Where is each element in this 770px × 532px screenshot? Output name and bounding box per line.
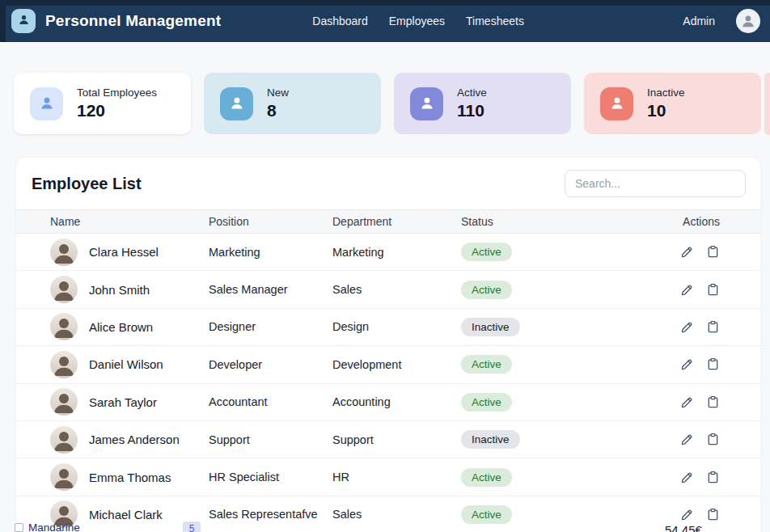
- employee-department: Development: [332, 358, 461, 371]
- nav-link-employees[interactable]: Employees: [389, 15, 445, 27]
- column-header-department: Department: [332, 215, 461, 228]
- employee-photo-avatar: [50, 463, 78, 491]
- column-header-name: Name: [50, 215, 209, 228]
- edit-pencil-icon[interactable]: [680, 357, 694, 371]
- user-icon: [600, 87, 633, 120]
- page-title: Employee List: [32, 175, 142, 193]
- employee-position: Developer: [209, 358, 332, 371]
- employee-name: Alice Brown: [89, 320, 153, 334]
- cutoff-count-badge: 5: [183, 521, 201, 532]
- status-badge: Active: [461, 243, 512, 261]
- user-avatar[interactable]: [736, 9, 760, 33]
- employee-photo-avatar: [50, 239, 78, 266]
- stat-value: 110: [457, 101, 487, 120]
- nav-link-timesheets[interactable]: Timesheets: [466, 15, 524, 27]
- edit-pencil-icon[interactable]: [680, 320, 694, 334]
- employee-photo-avatar: [50, 426, 78, 454]
- table-row[interactable]: Emma Thomas HR Specialist HR Active: [16, 458, 760, 496]
- status-badge: Active: [461, 281, 512, 299]
- user-icon: [410, 87, 443, 120]
- stat-value: 8: [267, 101, 289, 120]
- employee-name: Michael Clark: [89, 508, 163, 521]
- stat-card-active: Active 110: [394, 73, 571, 134]
- user-icon: [220, 87, 253, 120]
- search-input[interactable]: [565, 170, 746, 197]
- table-row[interactable]: Clara Hessel Marketing Marketing Active: [16, 234, 760, 271]
- clipboard-icon[interactable]: [706, 433, 720, 446]
- employee-position: Sales Manager: [209, 283, 332, 296]
- status-badge: Active: [461, 393, 512, 412]
- employee-name: Daniel Wilson: [89, 357, 163, 371]
- employee-position: Marketing: [209, 246, 332, 259]
- app-logo: [11, 9, 36, 33]
- admin-menu[interactable]: Admin: [683, 15, 715, 27]
- clipboard-icon[interactable]: [706, 395, 720, 409]
- employee-position: Designer: [209, 320, 332, 333]
- employee-department: Sales: [332, 283, 461, 296]
- employee-position: HR Specialist: [209, 471, 332, 483]
- stat-label: Active: [457, 87, 487, 99]
- navbar: Personnel Management Dashboard Employees…: [0, 0, 770, 42]
- column-header-actions: Actions: [663, 215, 720, 228]
- status-badge: Active: [461, 505, 512, 524]
- cutoff-checkbox[interactable]: [15, 523, 23, 532]
- status-badge: Inactive: [461, 430, 520, 449]
- employee-department: Design: [332, 320, 461, 333]
- edit-pencil-icon[interactable]: [680, 433, 694, 446]
- stat-label: New: [267, 87, 289, 99]
- clipboard-icon[interactable]: [706, 357, 720, 371]
- stat-label: Inactive: [647, 87, 685, 99]
- cutoff-link[interactable]: Mandarine: [28, 521, 80, 532]
- cutoff-price-text: 54,45€: [665, 523, 702, 532]
- status-badge: Inactive: [461, 318, 520, 336]
- app-title: Personnel Management: [45, 12, 221, 30]
- employee-photo-avatar: [50, 276, 78, 303]
- nav-link-dashboard[interactable]: Dashboard: [312, 15, 368, 27]
- status-badge: Active: [461, 468, 512, 487]
- table-row[interactable]: Michael Clark Sales Representafve Sales …: [16, 496, 760, 532]
- employee-photo-avatar: [50, 351, 78, 378]
- cutoff-card-sliver: [764, 73, 770, 135]
- stat-value: 120: [77, 101, 157, 120]
- column-header-position: Position: [209, 215, 332, 228]
- employee-department: Marketing: [332, 246, 461, 259]
- status-badge: Active: [461, 355, 512, 374]
- employee-department: Sales: [332, 508, 461, 521]
- table-row[interactable]: James Anderson Support Support Inactive: [16, 421, 760, 458]
- edit-pencil-icon[interactable]: [680, 471, 694, 484]
- employee-department: Support: [332, 433, 461, 446]
- employee-photo-avatar: [50, 313, 78, 340]
- employee-name: John Smith: [89, 283, 150, 297]
- clipboard-icon[interactable]: [706, 508, 720, 521]
- employee-name: Sarah Taylor: [89, 395, 157, 409]
- nav-right: Admin: [683, 9, 760, 33]
- edit-pencil-icon[interactable]: [680, 245, 694, 259]
- employee-name: Clara Hessel: [89, 245, 159, 259]
- employee-position: Support: [209, 433, 332, 446]
- stat-card-total: Total Employees 120: [14, 73, 191, 134]
- employee-list-card: Employee List Name Position Department S…: [16, 158, 760, 532]
- edit-pencil-icon[interactable]: [680, 508, 694, 521]
- table-row[interactable]: Daniel Wilson Developer Development Acti…: [16, 346, 760, 383]
- table-header: Name Position Department Status Actions: [16, 209, 760, 234]
- employee-name: James Anderson: [89, 433, 180, 446]
- table-row[interactable]: Alice Brown Designer Design Inactive: [16, 309, 760, 346]
- stat-card-new: New 8: [204, 73, 381, 134]
- clipboard-icon[interactable]: [706, 320, 720, 334]
- employee-name: Emma Thomas: [89, 471, 171, 484]
- employee-position: Accountant: [209, 395, 332, 408]
- user-badge-icon: [16, 12, 32, 31]
- edit-pencil-icon[interactable]: [680, 283, 694, 297]
- person-icon: [739, 9, 757, 33]
- edit-pencil-icon[interactable]: [680, 395, 694, 409]
- clipboard-icon[interactable]: [706, 283, 720, 297]
- table-row[interactable]: Sarah Taylor Accountant Accounting Activ…: [16, 384, 760, 421]
- clipboard-icon[interactable]: [706, 471, 720, 484]
- table-row[interactable]: John Smith Sales Manager Sales Active: [16, 271, 760, 308]
- clipboard-icon[interactable]: [706, 245, 720, 259]
- employee-department: Accounting: [332, 395, 461, 408]
- stat-label: Total Employees: [77, 87, 157, 99]
- employee-position: Sales Representafve: [209, 508, 332, 521]
- column-header-status: Status: [461, 215, 663, 228]
- nav-links: Dashboard Employees Timesheets: [312, 15, 524, 27]
